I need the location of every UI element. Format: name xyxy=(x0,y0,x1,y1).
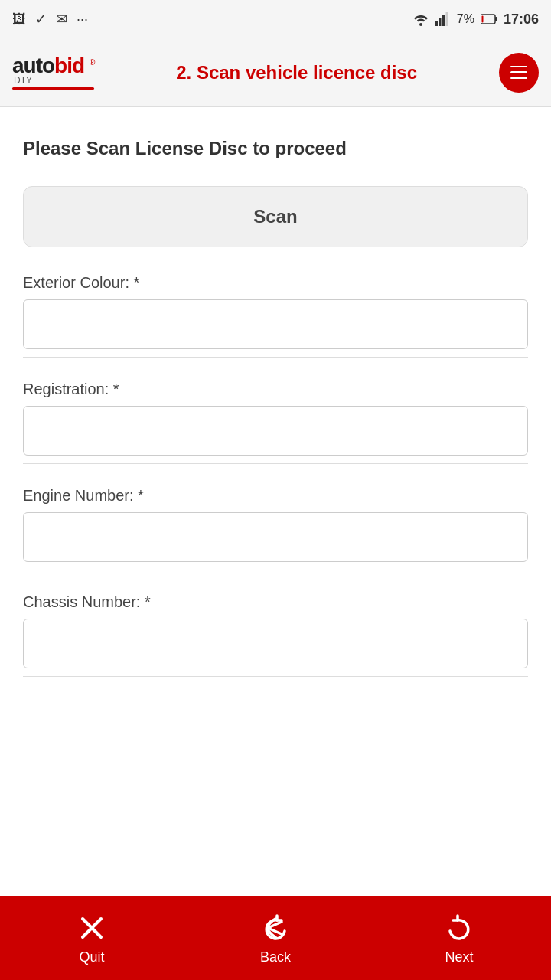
exterior-colour-label: Exterior Colour: * xyxy=(23,274,528,292)
svg-rect-1 xyxy=(435,21,438,26)
battery-percent: 7% xyxy=(457,12,474,26)
chassis-number-input[interactable] xyxy=(23,619,528,668)
back-button[interactable]: Back xyxy=(184,911,367,965)
image-icon: 🖼 xyxy=(12,11,26,28)
page-title: 2. Scan vehicle licence disc xyxy=(106,62,487,83)
svg-rect-4 xyxy=(445,12,448,26)
quit-label: Quit xyxy=(79,949,104,965)
registration-input[interactable] xyxy=(23,406,528,456)
chassis-number-group: Chassis Number: * xyxy=(23,593,528,677)
engine-number-group: Engine Number: * xyxy=(23,487,528,570)
logo: autobid ® DIY xyxy=(12,55,94,90)
next-icon xyxy=(442,911,476,945)
status-left-icons: 🖼 ✓ ✉ ··· xyxy=(12,11,88,28)
form-divider-3 xyxy=(23,570,528,570)
next-button[interactable]: Next xyxy=(367,911,551,965)
hamburger-icon xyxy=(510,66,527,80)
status-bar: 🖼 ✓ ✉ ··· 7% 17:06 xyxy=(0,0,551,38)
back-icon xyxy=(259,911,292,945)
registration-label: Registration: * xyxy=(23,381,528,398)
registration-group: Registration: * xyxy=(23,381,528,464)
form-divider-4 xyxy=(23,676,528,677)
form-divider xyxy=(23,357,528,358)
logo-underline xyxy=(12,87,94,90)
quit-button[interactable]: Quit xyxy=(0,911,184,965)
main-content: Please Scan License Disc to proceed Scan… xyxy=(0,107,551,896)
app-header: autobid ® DIY 2. Scan vehicle licence di… xyxy=(0,38,551,107)
logo-text: autobid ® xyxy=(12,55,94,77)
exterior-colour-group: Exterior Colour: * xyxy=(23,274,528,358)
time-display: 17:06 xyxy=(504,11,539,28)
scan-button[interactable]: Scan xyxy=(23,186,528,247)
svg-rect-2 xyxy=(439,18,441,26)
svg-rect-6 xyxy=(495,17,497,21)
svg-rect-7 xyxy=(481,16,483,23)
chassis-number-label: Chassis Number: * xyxy=(23,593,528,611)
next-label: Next xyxy=(445,949,473,965)
engine-number-input[interactable] xyxy=(23,512,528,562)
email-icon: ✉ xyxy=(56,11,67,28)
page-instruction: Please Scan License Disc to proceed xyxy=(23,138,528,159)
svg-rect-3 xyxy=(442,15,445,26)
svg-point-0 xyxy=(419,23,422,26)
back-label: Back xyxy=(260,949,291,965)
exterior-colour-input[interactable] xyxy=(23,299,528,349)
engine-number-label: Engine Number: * xyxy=(23,487,528,505)
check-icon: ✓ xyxy=(35,11,47,28)
x-icon xyxy=(75,911,109,945)
signal-icon xyxy=(435,12,451,26)
form-divider-2 xyxy=(23,463,528,464)
status-right-info: 7% 17:06 xyxy=(412,11,539,28)
wifi-icon xyxy=(412,12,429,26)
battery-icon xyxy=(481,14,497,24)
bottom-navigation: Quit Back Next xyxy=(0,896,551,980)
logo-diy: DIY xyxy=(14,75,34,86)
more-icon: ··· xyxy=(77,11,88,28)
menu-button[interactable] xyxy=(499,53,539,93)
